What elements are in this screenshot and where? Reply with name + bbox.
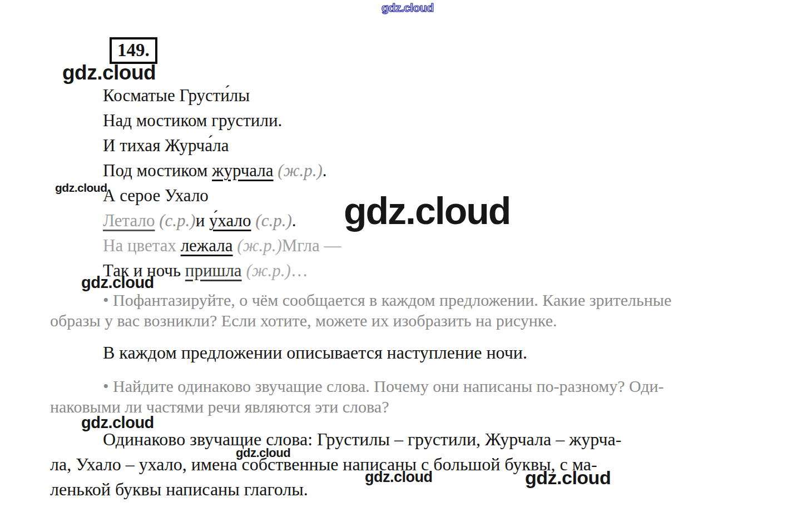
poem-segment: у́хало [209,211,251,230]
poem-segment: (ж.р.) [246,261,290,280]
text-line: • Найдите одинаково звучащие слова. Поче… [103,376,664,396]
text-line: наковыми ли частями речи являются эти сл… [50,396,664,417]
exercise-number-box: 149. [110,37,157,64]
text-line: В каждом предложении описывается наступл… [103,340,527,365]
text-line: образы у вас возникли? Если хотите, може… [50,310,671,331]
poem-segment: . [323,161,327,180]
poem-line: И тихая Журча́ла [103,133,341,158]
poem-segment: Летало [103,211,155,230]
poem-segment: И тихая Журча́ла [103,136,229,155]
text-line: • Пофантазируйте, о чём сообщается в каж… [103,290,671,310]
poem-line: Так и ночь пришла (ж.р.)… [103,258,341,283]
exercise-number: 149. [117,40,150,60]
scanned-textbook-page: gdz.cloud 149. gdz.cloud gdz.cloud gdz.c… [0,0,812,517]
watermark-huge-center: gdz.cloud [344,189,510,232]
poem-segment: Под мостиком [103,161,212,180]
poem-segment: Мгла — [282,236,341,255]
poem-segment: (ж.р.) [278,161,322,180]
poem-segment: пришла [185,261,242,280]
poem-line: Под мостиком журчала (ж.р.). [103,158,341,183]
answer-text-2: Одинаково звучащие слова: Грустилы – гру… [50,427,621,502]
poem-line: Летало (с.р.)и у́хало (с.р.). [103,208,341,233]
poem-line: Косматые Грусти́лы [103,83,341,108]
poem-block: Косматые Грусти́лыНад мостиком грустили.… [103,83,341,283]
text-line: ленькой буквы написаны глаголы. [50,477,621,502]
text-line: ла, Ухало – ухало, имена собственные нап… [50,452,621,477]
poem-segment: Так и ночь [103,261,185,280]
task-prompt-2: • Найдите одинаково звучащие слова. Поче… [50,376,664,417]
answer-text-1: В каждом предложении описывается наступл… [103,340,527,365]
task-prompt-1: • Пофантазируйте, о чём сообщается в каж… [50,290,671,331]
poem-segment: Над мостиком грустили. [103,111,282,130]
poem-segment: (с.р.) [255,211,291,230]
poem-line: Над мостиком грустили. [103,108,341,133]
poem-segment: . [292,211,296,230]
poem-segment: А серое Ухало [103,186,209,205]
poem-segment: и [196,211,209,230]
watermark-left-of-poem: gdz.cloud [55,181,107,195]
poem-segment: журчала [212,161,274,180]
poem-segment: На цветах [103,236,181,255]
watermark-under-title: gdz.cloud [62,61,156,84]
poem-segment: Косматые Грусти́лы [103,86,250,105]
poem-segment: … [291,261,308,280]
watermark-top-blue: gdz.cloud [382,1,434,14]
poem-segment: (с.р.) [159,211,195,230]
poem-segment: лежала [181,236,233,255]
poem-line: На цветах лежала (ж.р.)Мгла — [103,233,341,258]
poem-line: А серое Ухало [103,183,341,208]
poem-segment: (ж.р.) [237,236,281,255]
text-line: Одинаково звучащие слова: Грустилы – гру… [103,427,621,452]
